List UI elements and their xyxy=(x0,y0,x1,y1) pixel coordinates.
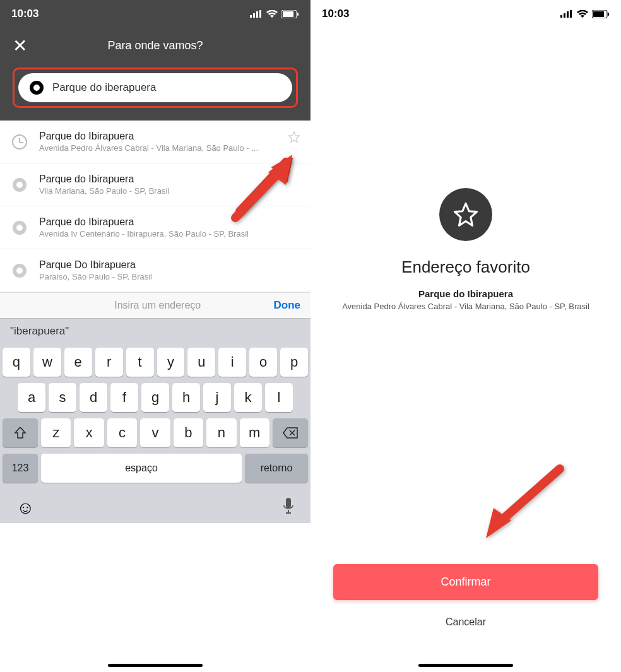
result-address: Avenida Pedro Álvares Cabral - Vila Mari… xyxy=(39,143,299,153)
key-p[interactable]: p xyxy=(280,348,308,377)
key-r[interactable]: r xyxy=(95,348,123,377)
emoji-key[interactable]: ☺ xyxy=(16,498,35,518)
svg-rect-13 xyxy=(567,11,569,18)
result-item[interactable]: Parque do Ibirapuera Vila Mariana, São P… xyxy=(0,163,310,206)
svg-rect-1 xyxy=(253,13,255,18)
result-item[interactable]: Parque do Ibirapuera Avenida Pedro Álvar… xyxy=(0,121,310,163)
keyboard-placeholder: Insira um endereço xyxy=(42,300,274,311)
key-y[interactable]: y xyxy=(157,348,185,377)
key-space[interactable]: espaço xyxy=(41,454,242,483)
key-u[interactable]: u xyxy=(187,348,215,377)
svg-rect-12 xyxy=(564,13,565,18)
favorite-place-address: Avenida Pedro Álvares Cabral - Vila Mari… xyxy=(326,302,606,311)
clock-icon xyxy=(11,134,28,150)
star-badge-icon xyxy=(439,188,492,241)
search-highlight: Parque do iberapuera xyxy=(13,68,298,108)
status-bar: 10:03 xyxy=(310,0,621,24)
key-a[interactable]: a xyxy=(18,383,45,412)
location-ring-icon xyxy=(11,262,28,279)
key-d[interactable]: d xyxy=(80,383,107,412)
favorite-actions: Confirmar Cancelar xyxy=(310,564,621,628)
key-s[interactable]: s xyxy=(49,383,76,412)
result-item[interactable]: Parque do Ibirapuera Avenida Iv Centenár… xyxy=(0,206,310,249)
screen-search: 10:03 ✕ Para onde vamos? Parque do ibera… xyxy=(0,0,310,672)
result-item[interactable]: Parque Do Ibirapuera Paraíso, São Paulo … xyxy=(0,249,310,292)
result-address: Vila Mariana, São Paulo - SP, Brasil xyxy=(39,186,299,196)
result-name: Parque do Ibirapuera xyxy=(39,131,299,142)
svg-rect-6 xyxy=(297,13,299,16)
keyboard: q w e r t y u i o p a s d f g h j k l z … xyxy=(0,344,310,523)
close-icon[interactable]: ✕ xyxy=(13,35,32,56)
star-icon[interactable] xyxy=(288,131,300,143)
screen-favorite: 10:03 Endereço favorito Parque do Ibirap… xyxy=(310,0,621,672)
svg-rect-3 xyxy=(259,10,261,18)
search-value: Parque do iberapuera xyxy=(52,81,156,94)
key-c[interactable]: c xyxy=(107,418,137,447)
key-h[interactable]: h xyxy=(172,383,200,412)
search-input[interactable]: Parque do iberapuera xyxy=(18,73,292,102)
key-123[interactable]: 123 xyxy=(3,454,38,483)
key-j[interactable]: j xyxy=(203,383,231,412)
key-return[interactable]: retorno xyxy=(245,454,308,483)
home-indicator[interactable] xyxy=(108,664,203,667)
key-g[interactable]: g xyxy=(141,383,169,412)
svg-rect-2 xyxy=(256,11,258,18)
svg-rect-0 xyxy=(250,15,252,18)
key-e[interactable]: e xyxy=(64,348,92,377)
svg-rect-7 xyxy=(286,498,291,508)
key-t[interactable]: t xyxy=(126,348,154,377)
favorite-title: Endereço favorito xyxy=(401,257,530,277)
cancel-button[interactable]: Cancelar xyxy=(333,616,598,628)
key-w[interactable]: w xyxy=(33,348,61,377)
svg-rect-11 xyxy=(560,15,562,18)
key-m[interactable]: m xyxy=(240,418,269,447)
confirm-button[interactable]: Confirmar xyxy=(333,564,598,600)
key-n[interactable]: n xyxy=(206,418,236,447)
favorite-place-name: Parque do Ibirapuera xyxy=(418,288,513,299)
svg-rect-16 xyxy=(593,11,604,17)
key-o[interactable]: o xyxy=(249,348,277,377)
result-address: Avenida Iv Centenário - Ibirapuera, São … xyxy=(39,229,299,239)
key-x[interactable]: x xyxy=(74,418,104,447)
key-z[interactable]: z xyxy=(41,418,71,447)
mic-icon[interactable] xyxy=(283,498,294,514)
result-address: Paraíso, São Paulo - SP, Brasil xyxy=(39,272,299,281)
key-i[interactable]: i xyxy=(218,348,246,377)
key-f[interactable]: f xyxy=(110,383,138,412)
svg-rect-5 xyxy=(283,11,293,17)
key-l[interactable]: l xyxy=(265,383,293,412)
result-name: Parque do Ibirapuera xyxy=(39,216,299,228)
key-v[interactable]: v xyxy=(140,418,170,447)
keyboard-suggestion[interactable]: "iberapuera" xyxy=(0,318,310,344)
status-time: 10:03 xyxy=(322,8,349,20)
key-k[interactable]: k xyxy=(234,383,262,412)
result-name: Parque Do Ibirapuera xyxy=(39,259,299,271)
done-button[interactable]: Done xyxy=(274,299,301,312)
status-time: 10:03 xyxy=(11,8,38,20)
location-ring-icon xyxy=(11,177,28,193)
results-list: Parque do Ibirapuera Avenida Pedro Álvar… xyxy=(0,121,310,292)
home-indicator[interactable] xyxy=(418,664,513,667)
keyboard-toolbar: Insira um endereço Done xyxy=(0,292,310,318)
key-backspace[interactable] xyxy=(273,418,308,447)
header-title: Para onde vamos? xyxy=(32,39,298,52)
location-ring-icon xyxy=(11,220,28,236)
svg-rect-14 xyxy=(570,10,572,18)
status-bar: 10:03 xyxy=(0,0,310,24)
key-shift[interactable] xyxy=(3,418,38,447)
status-icons xyxy=(250,10,299,18)
key-q[interactable]: q xyxy=(3,348,30,377)
status-icons xyxy=(560,10,610,18)
key-b[interactable]: b xyxy=(174,418,203,447)
search-header: ✕ Para onde vamos? Parque do iberapuera xyxy=(0,24,310,121)
result-name: Parque do Ibirapuera xyxy=(39,174,299,185)
origin-dot-icon xyxy=(30,81,44,95)
svg-rect-17 xyxy=(608,13,609,16)
